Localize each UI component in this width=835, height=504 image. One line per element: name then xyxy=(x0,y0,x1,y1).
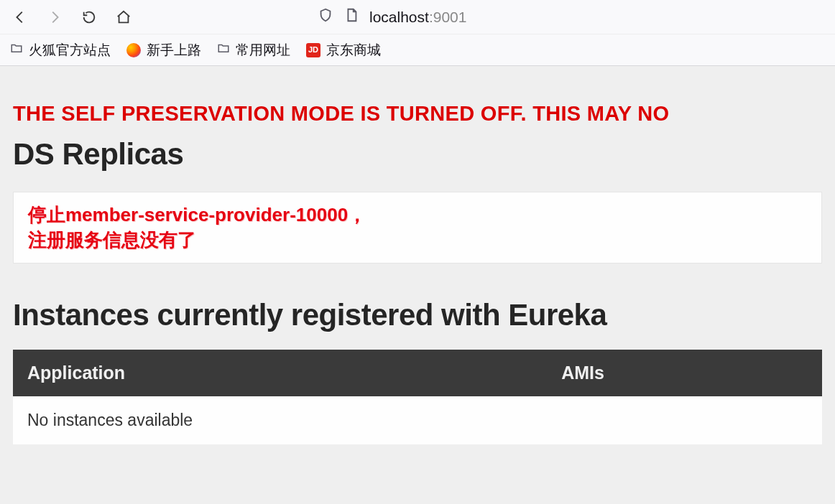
forward-icon[interactable] xyxy=(46,9,63,26)
annotation-overlay: 停止member-service-provider-10000， 注册服务信息没… xyxy=(28,202,807,253)
ds-replicas-box: 停止member-service-provider-10000， 注册服务信息没… xyxy=(13,192,822,263)
empty-message: No instances available xyxy=(13,396,822,444)
bookmark-common-urls[interactable]: 常用网址 xyxy=(217,41,290,60)
folder-icon xyxy=(10,42,23,58)
firefox-icon xyxy=(126,43,141,57)
browser-toolbar: localhost:9001 xyxy=(0,0,835,34)
document-icon xyxy=(343,7,359,27)
page-content: THE SELF PRESERVATION MODE IS TURNED OFF… xyxy=(0,66,835,504)
ds-replicas-heading: DS Replicas xyxy=(0,133,835,185)
url-port: :9001 xyxy=(429,9,467,25)
url-host: localhost xyxy=(369,9,429,25)
jd-icon: JD xyxy=(306,43,320,57)
folder-icon xyxy=(217,42,230,58)
table-row: No instances available xyxy=(13,396,822,444)
nav-buttons xyxy=(11,9,132,26)
back-icon[interactable] xyxy=(11,9,29,26)
header-application: Application xyxy=(13,350,547,396)
bookmark-label: 京东商城 xyxy=(326,41,381,60)
bookmark-firefox-official[interactable]: 火狐官方站点 xyxy=(10,41,111,60)
shield-icon xyxy=(318,7,333,27)
self-preservation-warning: THE SELF PRESERVATION MODE IS TURNED OFF… xyxy=(0,66,835,133)
bookmark-label: 常用网址 xyxy=(236,41,290,60)
address-bar[interactable]: localhost:9001 xyxy=(318,7,466,27)
annotation-line-1: 停止member-service-provider-10000， xyxy=(28,204,366,225)
bookmark-jd[interactable]: JD 京东商城 xyxy=(306,41,381,60)
instances-heading: Instances currently registered with Eure… xyxy=(0,285,835,350)
reload-icon[interactable] xyxy=(80,9,98,26)
instances-table: Application AMIs No instances available xyxy=(13,350,822,444)
bookmarks-bar: 火狐官方站点 新手上路 常用网址 JD 京东商城 xyxy=(0,34,835,66)
url-text: localhost:9001 xyxy=(369,9,466,26)
bookmark-label: 火狐官方站点 xyxy=(29,41,111,60)
home-icon[interactable] xyxy=(115,9,132,26)
bookmark-label: 新手上路 xyxy=(147,41,201,60)
header-amis: AMIs xyxy=(547,350,822,396)
bookmark-getting-started[interactable]: 新手上路 xyxy=(126,41,201,60)
table-header-row: Application AMIs xyxy=(13,350,822,396)
annotation-line-2: 注册服务信息没有了 xyxy=(28,229,196,251)
